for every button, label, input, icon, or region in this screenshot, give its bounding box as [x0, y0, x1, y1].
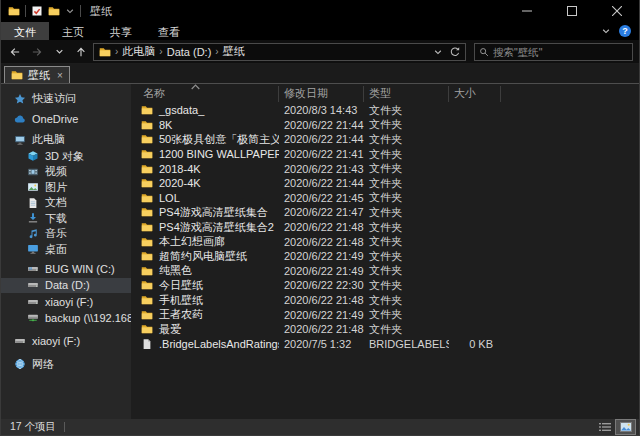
file-row[interactable]: _gsdata_2020/8/3 14:43文件夹	[131, 103, 639, 118]
file-row[interactable]: 超简约风电脑壁纸2020/6/22 21:49文件夹	[131, 249, 639, 264]
sidebar-item[interactable]: 3D 对象	[1, 149, 131, 165]
column-header-2[interactable]: 类型	[364, 86, 449, 102]
sidebar-item[interactable]: xiaoyi (F:)	[1, 294, 131, 310]
breadcrumb: 此电脑›Data (D:)›壁纸	[122, 44, 429, 59]
sidebar-item[interactable]: BUG WIN (C:)	[1, 261, 131, 277]
column-header-label: 大小	[454, 86, 476, 101]
sidebar-item[interactable]: backup (\\192.168	[1, 311, 131, 327]
up-button[interactable]	[71, 42, 91, 62]
file-row[interactable]: 8K2020/6/22 21:44文件夹	[131, 118, 639, 133]
file-row[interactable]: LOL2020/6/22 21:45文件夹	[131, 191, 639, 206]
tab-close-icon[interactable]: ×	[57, 70, 63, 81]
sidebar-item[interactable]: 桌面	[1, 242, 131, 258]
sidebar-item[interactable]: OneDrive	[1, 112, 131, 128]
breadcrumb-segment[interactable]: 壁纸	[223, 44, 245, 59]
sidebar-item[interactable]: 音乐	[1, 226, 131, 242]
file-row[interactable]: 2020-4K2020/6/22 21:44文件夹	[131, 176, 639, 191]
column-header-label: 类型	[369, 86, 391, 101]
drive-icon	[27, 279, 39, 291]
cloud-icon	[14, 113, 26, 125]
close-button[interactable]	[594, 0, 639, 22]
forward-button[interactable]	[27, 42, 47, 62]
sidebar-item[interactable]: 快速访问	[1, 91, 131, 107]
sidebar-item[interactable]: 视频	[1, 164, 131, 180]
folder-icon	[141, 192, 153, 204]
documents-icon	[27, 197, 39, 209]
sidebar-item-label: BUG WIN (C:)	[45, 263, 115, 275]
chevron-down-icon[interactable]	[65, 6, 75, 16]
sidebar-item-label: 网络	[32, 357, 54, 372]
folder-tab[interactable]: 壁纸 ×	[4, 66, 70, 83]
address-dropdown-chevron-icon[interactable]	[433, 47, 443, 57]
music-icon	[27, 228, 39, 240]
address-field[interactable]: › 此电脑›Data (D:)›壁纸	[93, 43, 466, 61]
column-header-0[interactable]: 名称	[131, 86, 279, 102]
file-name: PS4游戏高清壁纸集合	[159, 205, 268, 220]
desktop-icon	[27, 243, 39, 255]
toolbar-separator	[80, 5, 81, 17]
sidebar-item[interactable]: xiaoyi (F:)	[1, 333, 131, 349]
ribbon-tab-0[interactable]: 文件	[1, 22, 49, 40]
file-row[interactable]: 手机壁纸2020/6/22 21:48文件夹	[131, 293, 639, 308]
date-modified: 2020/6/22 21:49	[279, 309, 364, 321]
recent-locations-chevron-icon[interactable]	[49, 42, 69, 62]
pictures-icon	[27, 181, 39, 193]
status-separator	[64, 422, 65, 432]
refresh-icon[interactable]	[449, 46, 461, 58]
minimize-button[interactable]	[504, 0, 549, 22]
file-row[interactable]: 王者农药2020/6/22 21:49文件夹	[131, 307, 639, 322]
breadcrumb-segment[interactable]: 此电脑	[122, 44, 155, 59]
file-row[interactable]: 最爱2020/6/22 21:48文件夹	[131, 322, 639, 337]
sidebar-item[interactable]: 图片	[1, 180, 131, 196]
address-bar: › 此电脑›Data (D:)›壁纸	[1, 40, 639, 64]
file-row[interactable]: 纯黑色2020/6/22 21:49文件夹	[131, 264, 639, 279]
file-row[interactable]: 本土幻想画廊2020/6/22 21:48文件夹	[131, 234, 639, 249]
ribbon-tab-1[interactable]: 主页	[49, 22, 97, 40]
maximize-button[interactable]	[549, 0, 594, 22]
view-thumbnails-icon[interactable]	[616, 420, 635, 434]
file-type: 文件夹	[364, 190, 449, 205]
column-header-1[interactable]: 修改日期	[279, 86, 364, 102]
file-type: 文件夹	[364, 293, 449, 308]
search-box[interactable]	[474, 43, 633, 61]
file-row[interactable]: .BridgeLabelsAndRatings2020/7/5 1:32BRID…	[131, 337, 639, 352]
folder-icon[interactable]	[48, 5, 60, 17]
sidebar-item[interactable]: 此电脑	[1, 132, 131, 148]
file-name: _gsdata_	[159, 104, 204, 116]
star-icon	[14, 93, 26, 105]
folder-icon	[141, 250, 153, 262]
sidebar-item[interactable]: 文档	[1, 195, 131, 211]
ribbon-tab-2[interactable]: 共享	[97, 22, 145, 40]
file-row[interactable]: 2018-4K2020/6/22 21:43文件夹	[131, 161, 639, 176]
file-row[interactable]: PS4游戏高清壁纸集合22020/6/22 21:48文件夹	[131, 220, 639, 235]
sidebar-item-label: backup (\\192.168	[45, 312, 131, 324]
file-row[interactable]: 今日壁纸2020/6/22 22:30文件夹	[131, 278, 639, 293]
breadcrumb-segment[interactable]: Data (D:)	[167, 46, 212, 58]
date-modified: 2020/6/22 21:43	[279, 163, 364, 175]
check-icon[interactable]	[31, 5, 43, 17]
file-name: 2020-4K	[159, 177, 201, 189]
file-type: 文件夹	[364, 322, 449, 337]
file-row[interactable]: 1200 BING WALLPAPER2020/6/22 21:41文件夹	[131, 147, 639, 162]
search-input[interactable]	[493, 46, 628, 58]
sidebar-item[interactable]: 网络	[1, 357, 131, 373]
ribbon-tab-3[interactable]: 查看	[145, 22, 193, 40]
date-modified: 2020/6/22 21:49	[279, 265, 364, 277]
view-details-icon[interactable]	[595, 420, 614, 434]
column-header-3[interactable]: 大小	[449, 86, 501, 102]
sidebar-item-label: 下载	[45, 211, 67, 226]
ribbon-tabs: 文件主页共享查看 ?	[1, 22, 639, 40]
ribbon-collapse-chevron-icon[interactable]	[601, 26, 611, 36]
view-toggle-buttons	[595, 420, 635, 434]
sidebar-item-label: 快速访问	[32, 91, 76, 106]
sidebar-item[interactable]: Data (D:)	[1, 278, 131, 294]
date-modified: 2020/7/5 1:32	[279, 338, 364, 350]
file-row[interactable]: PS4游戏高清壁纸集合2020/6/22 21:47文件夹	[131, 205, 639, 220]
file-type: BRIDGELABELSA...	[364, 338, 449, 350]
folder-icon	[141, 163, 153, 175]
sidebar-item[interactable]: 下载	[1, 211, 131, 227]
file-type: 文件夹	[364, 249, 449, 264]
back-button[interactable]	[5, 42, 25, 62]
help-icon[interactable]: ?	[619, 25, 631, 37]
file-row[interactable]: 50张极具创意「极简主义」壁纸2020/6/22 21:44文件夹	[131, 132, 639, 147]
